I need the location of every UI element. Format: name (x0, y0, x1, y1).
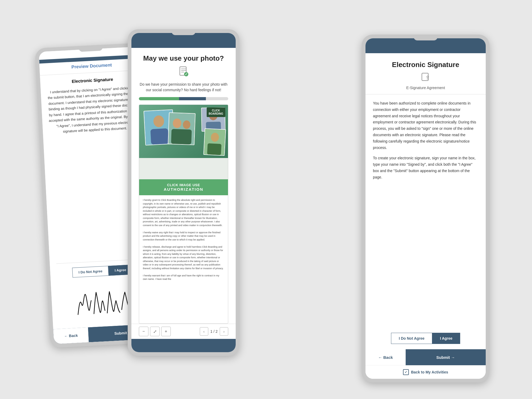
right-screen: Electronic Signature E-Signature Agreeme… (365, 38, 486, 379)
doc-para-4: I hereby warrant that I am of full age a… (143, 274, 224, 281)
right-esig-para2: To create your electronic signature, sig… (373, 155, 478, 180)
progress-fill-blue (179, 97, 206, 100)
middle-device-notch (172, 29, 196, 35)
middle-doc-preview: CLICK BOARDING CLICK IMAGE USE AUTHORIZA… (139, 105, 228, 324)
right-esig-para1: You have been authorized to complete onl… (373, 100, 478, 151)
middle-doc-nav: − ⤢ + ‹ 1 / 2 › (131, 324, 236, 339)
left-esig-body: I understand that by clicking on "I Agre… (47, 85, 141, 135)
middle-device-screen: May we use your photo? ✓ Do we have your… (131, 33, 236, 352)
doc-icon: ✓ (139, 66, 228, 79)
middle-device: May we use your photo? ✓ Do we have your… (128, 29, 239, 356)
doc-para-1: I hereby grant to Click Boarding the abs… (143, 198, 224, 227)
right-esig-icon (373, 72, 478, 84)
left-esig-title: Electronic Signature (47, 76, 138, 85)
page-indicator: 1 / 2 (210, 329, 218, 334)
next-page-button[interactable]: › (220, 327, 228, 336)
middle-question-title: May we use your photo? (139, 54, 228, 63)
people-collage: CLICK BOARDING (139, 105, 228, 158)
right-agree-button[interactable]: I Agree (432, 333, 460, 344)
right-device-screen: Electronic Signature E-Signature Agreeme… (365, 38, 486, 379)
right-submit-button[interactable]: Submit → (406, 349, 486, 365)
zoom-fit-button[interactable]: ⤢ (150, 327, 160, 336)
middle-top-bar (131, 33, 236, 48)
svg-rect-18 (207, 143, 222, 155)
zoom-in-button[interactable]: + (161, 327, 171, 336)
collage-photo-2 (168, 112, 196, 145)
right-esig-body: You have been authorized to complete onl… (365, 94, 486, 330)
progress-fill-green (139, 97, 179, 100)
doc-image: CLICK BOARDING CLICK IMAGE USE AUTHORIZA… (139, 105, 228, 195)
zoom-out-button[interactable]: − (139, 327, 148, 336)
signature-svg (71, 282, 137, 323)
doc-para-3: I hereby release, discharge and agree to… (143, 245, 224, 271)
doc-text-content: I hereby grant to Click Boarding the abs… (139, 195, 228, 284)
back-to-activities-label: Back to My Activities (411, 370, 448, 374)
right-bottom-actions: ← Back Submit → ✓ Back to My Activities (365, 349, 486, 379)
right-back-button[interactable]: ← Back (365, 349, 406, 365)
check-icon: ✓ (403, 369, 409, 375)
right-no-agree-button[interactable]: I Do Not Agree (391, 333, 432, 344)
svg-rect-12 (171, 129, 192, 145)
right-agree-buttons: I Do Not Agree I Agree (373, 333, 478, 344)
right-esig-sub: E-Signature Agreement (373, 86, 478, 90)
middle-question-section: May we use your photo? ✓ Do we have your… (131, 48, 236, 97)
right-device-notch (414, 35, 438, 40)
svg-rect-8 (150, 128, 169, 144)
zoom-controls: − ⤢ + (139, 327, 171, 336)
doc-para-2: I hereby waive any right that I may hold… (143, 231, 224, 242)
back-to-activities-button[interactable]: ✓ Back to My Activities (365, 365, 486, 379)
left-no-agree-button[interactable]: I Do Not Agree (72, 266, 109, 277)
collage-photo-4 (203, 128, 226, 156)
right-device: Electronic Signature E-Signature Agreeme… (362, 35, 489, 383)
doc-image-overlay: CLICK IMAGE USE AUTHORIZATION (139, 179, 228, 195)
middle-bottom-bar (131, 339, 236, 352)
overlay-line2: AUTHORIZATION (142, 187, 225, 192)
right-esig-header: Electronic Signature E-Signature Agreeme… (365, 53, 486, 94)
right-bottom-bar: ← Back Submit → (365, 349, 486, 365)
middle-question-sub: Do we have your permission to share your… (139, 82, 228, 93)
svg-text:✓: ✓ (185, 72, 188, 76)
click-boarding-badge: CLICK BOARDING (207, 107, 225, 117)
svg-rect-19 (422, 73, 428, 81)
middle-screen: May we use your photo? ✓ Do we have your… (131, 33, 236, 352)
left-back-button[interactable]: ← Back (53, 327, 89, 344)
middle-progress-bar (139, 97, 228, 100)
overlay-line1: CLICK IMAGE USE (142, 183, 225, 187)
main-scene: Preview Document Electronic Signature I … (27, 13, 505, 386)
left-device-notch (79, 45, 103, 52)
prev-page-button[interactable]: ‹ (200, 327, 208, 336)
right-top-bar (365, 38, 486, 53)
page-navigation: ‹ 1 / 2 › (200, 327, 228, 336)
right-esig-title: Electronic Signature (373, 61, 478, 69)
